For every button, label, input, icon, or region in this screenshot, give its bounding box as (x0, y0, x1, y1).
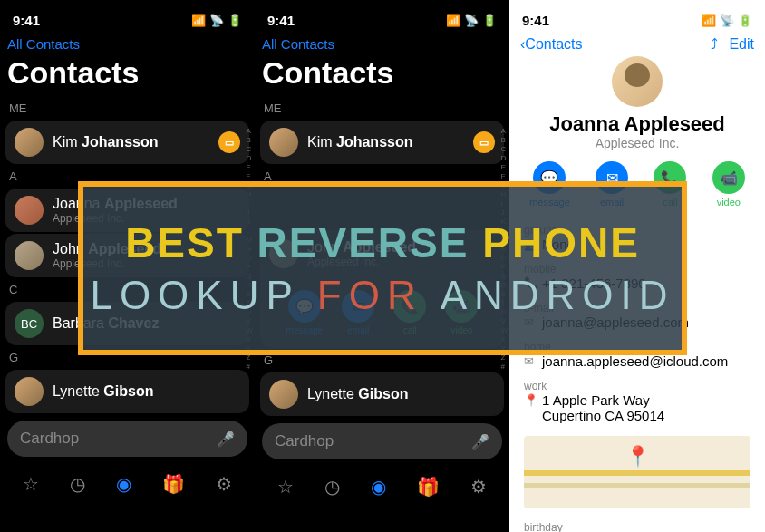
work-field[interactable]: work 📍1 Apple Park Way Cupertino CA 9501… (509, 374, 765, 429)
section-me: ME (0, 98, 255, 119)
section-me: ME (255, 98, 509, 119)
promo-overlay: BEST REVERSE PHONE LOOKUP FOR ANDROID (78, 181, 687, 355)
pin-icon: 📍 (524, 393, 537, 407)
contact-row-lynette[interactable]: Lynette Gibson (5, 370, 249, 413)
avatar (15, 196, 44, 225)
contact-detail-name: Joanna Appleseed (509, 112, 765, 136)
back-button[interactable]: ‹ Contacts (520, 36, 582, 53)
avatar (269, 380, 298, 409)
tab-recents[interactable]: ◷ (70, 473, 85, 495)
page-title: Contacts (0, 55, 255, 98)
status-time: 9:41 (522, 13, 549, 28)
all-contacts-link[interactable]: All Contacts (0, 33, 255, 55)
tab-contacts[interactable]: ◉ (116, 473, 131, 495)
edit-button[interactable]: Edit (729, 36, 754, 53)
avatar (15, 241, 44, 270)
my-card-badge: ▭ (473, 131, 495, 153)
contact-row-kim[interactable]: Kim Johansson ▭ (5, 121, 249, 164)
avatar (269, 128, 298, 157)
map-preview[interactable]: 📍 (524, 436, 750, 508)
avatar-initials: BC (15, 309, 44, 338)
status-bar: 9:41 📶📡🔋 (0, 0, 255, 33)
search-input[interactable]: Cardhop 🎤 (262, 423, 502, 459)
avatar (15, 128, 44, 157)
page-title: Contacts (255, 55, 509, 98)
status-icons: 📶📡🔋 (446, 14, 497, 27)
tab-contacts[interactable]: ◉ (371, 476, 386, 498)
status-bar: 9:41 📶📡🔋 (255, 0, 509, 33)
status-icons: 📶📡🔋 (191, 14, 242, 27)
birthday-field: birthday (509, 516, 765, 532)
status-time: 9:41 (267, 13, 295, 28)
contact-name: Kim Johansson (53, 134, 209, 150)
my-card-badge: ▭ (218, 131, 240, 153)
tab-bar: ☆ ◷ ◉ 🎁 ⚙ (0, 464, 255, 504)
share-icon[interactable]: ⤴ (711, 36, 718, 53)
tab-favorites[interactable]: ☆ (23, 473, 39, 495)
mic-icon[interactable]: 🎤 (217, 430, 235, 448)
all-contacts-link[interactable]: All Contacts (255, 33, 509, 55)
avatar (15, 377, 44, 406)
map-pin-icon: 📍 (625, 445, 650, 469)
search-placeholder: Cardhop (20, 430, 217, 448)
tab-favorites[interactable]: ☆ (277, 476, 294, 498)
status-icons: 📶📡🔋 (702, 14, 752, 27)
tab-birthdays[interactable]: 🎁 (417, 476, 440, 498)
tab-settings[interactable]: ⚙ (470, 476, 487, 498)
video-action[interactable]: 📹video (712, 161, 745, 208)
mail-icon: ✉ (524, 354, 537, 368)
tab-birthdays[interactable]: 🎁 (162, 473, 185, 495)
contact-row-lynette[interactable]: Lynette Gibson (260, 372, 504, 416)
contact-avatar (612, 56, 663, 107)
contact-row-kim[interactable]: Kim Johansson ▭ (260, 121, 504, 164)
search-input[interactable]: Cardhop 🎤 (7, 421, 247, 457)
tab-settings[interactable]: ⚙ (216, 473, 232, 495)
tab-recents[interactable]: ◷ (324, 476, 340, 498)
contact-detail-company: Appleseed Inc. (509, 136, 765, 150)
mic-icon[interactable]: 🎤 (471, 433, 489, 450)
status-time: 9:41 (13, 13, 40, 28)
